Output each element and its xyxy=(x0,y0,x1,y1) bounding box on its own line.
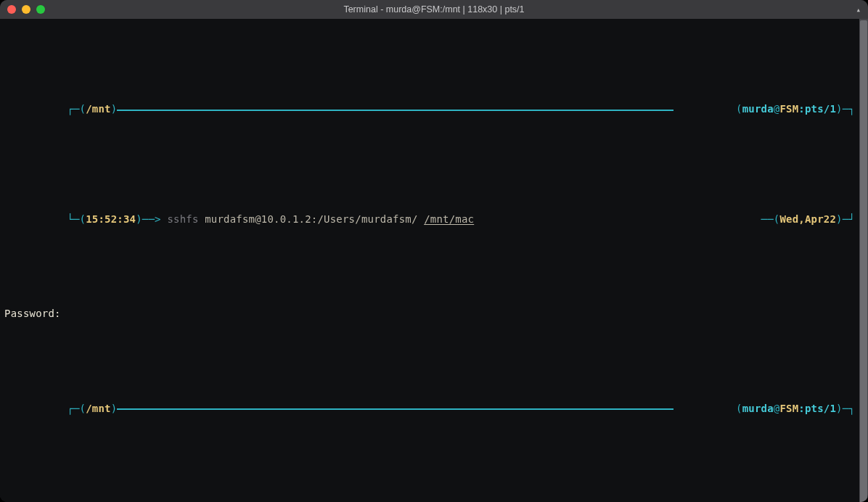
box-close: ) xyxy=(111,103,118,115)
output-line: Password: xyxy=(4,306,855,322)
box-corner: )─┐ xyxy=(836,403,855,414)
box-corner: ┌─( xyxy=(67,403,86,414)
box-corner: )─┐ xyxy=(836,103,855,115)
prompt1-bottom: └─(15:52:34)──> sshfs murdafsm@10.0.1.2:… xyxy=(4,197,855,244)
titlebar-menu-icon[interactable]: ▴ xyxy=(856,5,861,15)
prompt2-bottom: └─(15:53:24)──> ──(Wed,Apr22)─┘ xyxy=(4,495,855,502)
prompt2-top: ┌─(/mnt) (murda@FSM:pts/1)─┐ xyxy=(4,385,855,432)
box-open: ( xyxy=(736,403,742,414)
terminal-body[interactable]: ┌─(/mnt) (murda@FSM:pts/1)─┐ └─(15:52:34… xyxy=(0,19,859,502)
sep: : xyxy=(798,103,805,115)
box-close: ) xyxy=(111,403,118,414)
host: FSM xyxy=(779,403,798,414)
terminal-window: Terminal - murda@FSM:/mnt | 118x30 | pts… xyxy=(0,0,868,502)
command-args: murdafsm@10.0.1.2:/Users/murdafsm/ xyxy=(199,213,425,225)
box-line xyxy=(117,408,673,410)
cwd: /mnt xyxy=(86,403,111,414)
window-title: Terminal - murda@FSM:/mnt | 118x30 | pts… xyxy=(0,4,868,15)
sep: : xyxy=(798,403,805,414)
user: murda xyxy=(742,103,774,115)
cwd: /mnt xyxy=(86,103,111,115)
tty: pts/1 xyxy=(805,403,836,414)
box-corner: └─( xyxy=(67,213,86,225)
box-open: ( xyxy=(736,103,742,115)
arrow: )──> xyxy=(136,213,167,225)
titlebar[interactable]: Terminal - murda@FSM:/mnt | 118x30 | pts… xyxy=(0,0,868,19)
user: murda xyxy=(742,403,774,414)
scrollbar[interactable] xyxy=(859,19,868,502)
command-arg-path: /mnt/mac xyxy=(424,213,474,225)
box-line xyxy=(117,110,673,111)
zoom-icon[interactable] xyxy=(36,5,45,14)
terminal-body-wrap: ┌─(/mnt) (murda@FSM:pts/1)─┐ └─(15:52:34… xyxy=(0,19,868,502)
scrollbar-thumb[interactable] xyxy=(860,20,867,502)
box-corner: ┌─( xyxy=(67,103,86,115)
minimize-icon[interactable] xyxy=(22,5,30,14)
host: FSM xyxy=(779,103,798,115)
prompt1-top: ┌─(/mnt) (murda@FSM:pts/1)─┐ xyxy=(4,86,855,133)
box-open: ──( xyxy=(761,213,780,225)
traffic-lights xyxy=(7,5,45,14)
date: Wed,Apr22 xyxy=(779,213,836,225)
command: sshfs xyxy=(167,213,198,225)
close-icon[interactable] xyxy=(7,5,16,14)
tty: pts/1 xyxy=(805,103,836,115)
time: 15:52:34 xyxy=(86,213,136,225)
box-corner: )─┘ xyxy=(836,213,855,225)
